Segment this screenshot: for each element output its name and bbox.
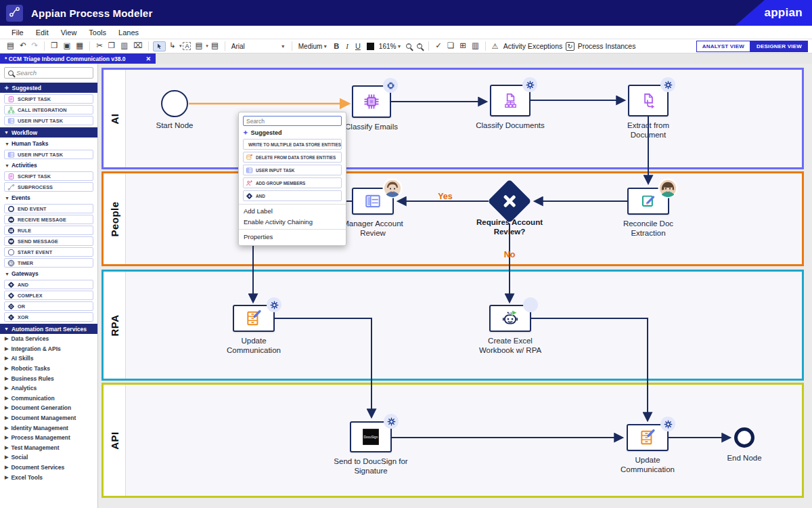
palette-section-automation-smart-services[interactable]: ▼Automation Smart Services: [0, 324, 97, 334]
suggested-item-user-input-task[interactable]: USER INPUT TASK: [243, 165, 342, 175]
palette-category-test-management[interactable]: ▶Test Management: [0, 443, 97, 453]
gear-badge-icon[interactable]: [660, 417, 675, 431]
process-model-tab[interactable]: * CCM Triage Inbound Communication v38.0…: [0, 54, 156, 64]
suggested-item-add-group-members[interactable]: ADD GROUP MEMBERS: [243, 177, 342, 188]
context-menu-search-input[interactable]: Search: [243, 116, 342, 126]
palette-category-communication[interactable]: ▶Communication: [0, 394, 97, 404]
node-classify-documents[interactable]: [490, 85, 531, 117]
node-send-to-docusign[interactable]: DocuSign: [350, 421, 392, 452]
menu-item-add-label[interactable]: Add Label: [243, 205, 342, 215]
ai-skill-badge-icon[interactable]: [383, 78, 398, 93]
menu-item-enable-activity-chaining[interactable]: Enable Activity Chaining: [243, 215, 342, 226]
gear-badge-icon[interactable]: [384, 414, 399, 429]
node-start-node[interactable]: [161, 90, 188, 117]
activity-exceptions-button[interactable]: Activity Exceptions: [503, 42, 563, 50]
suggested-item-delete-from-data-store-entities[interactable]: DELETE FROM DATA STORE ENTITIES: [243, 152, 342, 163]
node-manager-account-review[interactable]: [352, 188, 394, 215]
comment-icon[interactable]: ❏: [445, 41, 456, 51]
node-classify-emails[interactable]: [352, 85, 391, 118]
gear-badge-icon[interactable]: [522, 77, 537, 92]
analyst-view-button[interactable]: ANALYST VIEW: [696, 41, 750, 52]
palette-item-or[interactable]: OR: [4, 301, 93, 311]
suggested-item-write-to-multiple-data-store-entities[interactable]: WRITE TO MULTIPLE DATA STORE ENTITIES: [243, 139, 342, 150]
palette-category-document-services[interactable]: ▶Document Services: [0, 463, 97, 473]
node-end-node[interactable]: [734, 427, 754, 448]
palette-item-complex[interactable]: COMPLEX: [4, 291, 93, 300]
palette-section-workflow[interactable]: ▼Workflow: [0, 127, 97, 137]
palette-item-user-input-task[interactable]: USER INPUT TASK: [4, 116, 93, 125]
lanes-icon[interactable]: ▤: [193, 41, 204, 51]
palette-category-social[interactable]: ▶Social: [0, 452, 97, 463]
palette-category-business-rules[interactable]: ▶Business Rules: [0, 373, 97, 383]
menu-item-properties[interactable]: Properties: [243, 230, 342, 244]
grid-icon[interactable]: ⊞: [457, 41, 468, 51]
palette-subsection-activities[interactable]: ▼Activities: [0, 161, 97, 170]
palette-section-suggested[interactable]: ✦Suggested: [0, 83, 97, 93]
copy-icon[interactable]: ❐: [106, 41, 117, 51]
palette-item-end-event[interactable]: END EVENT: [4, 204, 93, 213]
palette-category-document-generation[interactable]: ▶Document Generation: [0, 403, 97, 413]
text-label-icon[interactable]: A: [183, 42, 191, 50]
palette-category-process-management[interactable]: ▶Process Management: [0, 433, 97, 443]
palette-category-data-services[interactable]: ▶Data Services: [0, 334, 97, 344]
node-reconcile-doc-extraction[interactable]: [627, 188, 669, 215]
menu-edit[interactable]: Edit: [30, 28, 55, 37]
italic-button[interactable]: I: [343, 43, 351, 50]
close-icon[interactable]: ✕: [145, 56, 151, 62]
paste-icon[interactable]: ▥: [118, 41, 130, 51]
menu-file[interactable]: File: [5, 28, 30, 37]
palette-item-timer[interactable]: TIMER: [4, 258, 93, 268]
palette-item-start-event[interactable]: START EVENT: [4, 247, 93, 257]
palette-category-robotic-tasks[interactable]: ▶Robotic Tasks: [0, 364, 97, 374]
undo-icon[interactable]: ↶: [18, 41, 28, 51]
palette-category-ai-skills[interactable]: ▶AI Skills: [0, 354, 97, 364]
palette-item-xor[interactable]: XOR: [4, 312, 93, 322]
gear-badge-icon[interactable]: [267, 297, 281, 312]
print-icon[interactable]: ▦: [74, 41, 85, 51]
zoom-out-icon[interactable]: −: [406, 43, 411, 49]
suggested-item-and[interactable]: AND: [243, 190, 342, 201]
open-icon[interactable]: ❒: [49, 41, 60, 51]
connector-caret[interactable]: ▾: [179, 43, 182, 49]
palette-item-subprocess[interactable]: SUBPROCESS: [4, 182, 93, 192]
process-canvas[interactable]: APIRPAPeopleAI Search ✦ Suggested WRITE …: [98, 64, 812, 508]
palette-item-script-task[interactable]: SCRIPT TASK: [4, 171, 93, 181]
palette-subsection-human-tasks[interactable]: ▼Human Tasks: [0, 139, 97, 148]
bold-button[interactable]: B: [331, 43, 342, 50]
delete-icon[interactable]: ⌧: [131, 41, 144, 51]
pointer-icon[interactable]: [153, 41, 166, 51]
palette-subsection-gateways[interactable]: ▼Gateways: [0, 269, 97, 278]
palette-item-script-task[interactable]: SCRIPT TASK: [4, 94, 93, 104]
notes-icon[interactable]: ▤: [209, 41, 221, 51]
menu-tools[interactable]: Tools: [83, 28, 112, 37]
menu-lanes[interactable]: Lanes: [112, 28, 145, 37]
palette-item-call-integration[interactable]: CALL INTEGRATION: [4, 105, 93, 114]
node-requires-account-review[interactable]: [494, 186, 525, 217]
palette-subsection-events[interactable]: ▼Events: [0, 193, 97, 203]
palette-search-input[interactable]: Search: [4, 67, 93, 79]
designer-view-button[interactable]: DESIGNER VIEW: [750, 41, 808, 52]
redo-icon[interactable]: ↷: [30, 41, 41, 51]
menu-view[interactable]: View: [55, 28, 83, 37]
palette-category-identity-management[interactable]: ▶Identity Management: [0, 423, 97, 433]
check-icon[interactable]: ✓: [433, 41, 444, 51]
process-instances-button[interactable]: Process Instances: [578, 42, 636, 50]
node-update-communication-rpa[interactable]: [233, 305, 275, 332]
gear-badge-icon[interactable]: [660, 77, 675, 92]
robot-badge-icon[interactable]: [523, 297, 538, 312]
font-size-select[interactable]: Medium▼: [296, 43, 331, 50]
color-swatch[interactable]: [367, 43, 374, 50]
zoom-in-icon[interactable]: +: [417, 43, 422, 49]
chart-icon[interactable]: ▥: [470, 41, 481, 51]
node-extract-from-document[interactable]: [628, 85, 669, 117]
zoom-level-select[interactable]: 161%▼: [377, 43, 404, 50]
node-update-communication-api[interactable]: [627, 424, 669, 451]
underline-button[interactable]: U: [353, 43, 363, 50]
palette-item-and[interactable]: AND: [4, 280, 93, 289]
font-family-select[interactable]: Arial▼: [229, 43, 288, 50]
palette-item-rule[interactable]: RULE: [4, 226, 93, 235]
cut-icon[interactable]: ✂: [94, 41, 105, 51]
palette-category-document-management[interactable]: ▶Document Management: [0, 413, 97, 423]
lanes-caret[interactable]: ▾: [206, 43, 208, 49]
new-document-icon[interactable]: ▤: [5, 41, 16, 51]
